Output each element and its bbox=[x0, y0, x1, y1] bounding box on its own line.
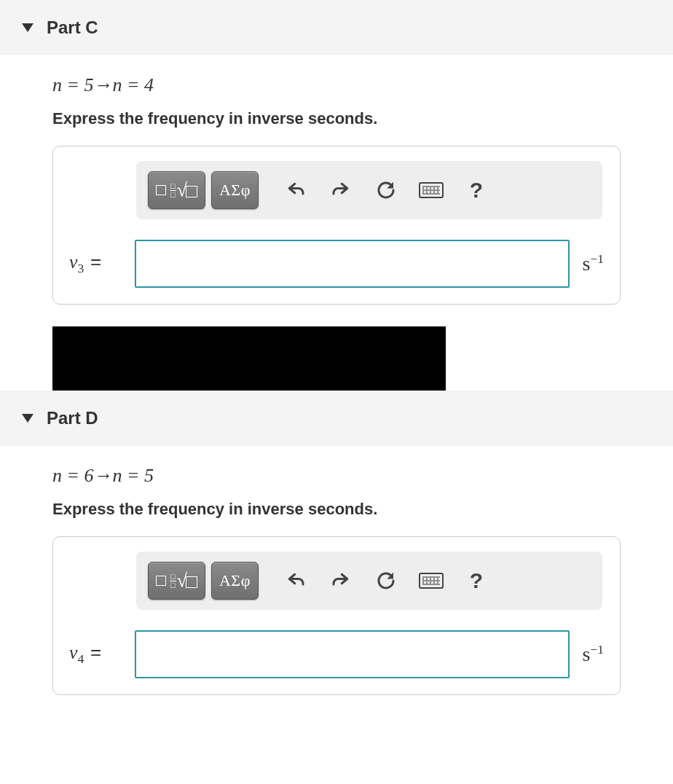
part-d-variable-label: ν4 = bbox=[69, 641, 129, 667]
redo-button[interactable] bbox=[321, 562, 361, 600]
redo-icon bbox=[330, 179, 352, 201]
part-c-variable-label: ν3 = bbox=[69, 251, 129, 276]
part-c-header[interactable]: Part C bbox=[0, 0, 673, 55]
templates-button[interactable]: □□ √ bbox=[148, 171, 205, 209]
part-d-title: Part D bbox=[47, 408, 98, 428]
undo-button[interactable] bbox=[276, 562, 315, 600]
answer-toolbar: □□ √ ΑΣφ ? bbox=[136, 552, 602, 610]
reset-button[interactable] bbox=[366, 562, 406, 600]
redacted-block bbox=[52, 326, 446, 391]
part-c-body: n = 5→n = 4 Express the frequency in inv… bbox=[0, 55, 673, 324]
reset-button[interactable] bbox=[366, 171, 406, 209]
part-c-answer-input[interactable] bbox=[135, 240, 570, 288]
reset-icon bbox=[375, 570, 397, 592]
answer-toolbar: □□ √ ΑΣφ ? bbox=[136, 161, 602, 219]
part-d-answer-input[interactable] bbox=[135, 630, 570, 678]
greek-button[interactable]: ΑΣφ bbox=[211, 171, 259, 209]
part-d-instruction: Express the frequency in inverse seconds… bbox=[52, 500, 621, 519]
keyboard-icon bbox=[419, 573, 444, 589]
part-c-title: Part C bbox=[47, 17, 98, 38]
undo-button[interactable] bbox=[276, 171, 315, 209]
keyboard-icon bbox=[419, 182, 444, 198]
undo-icon bbox=[285, 570, 307, 592]
templates-button[interactable]: □□ √ bbox=[148, 562, 205, 600]
help-icon: ? bbox=[470, 178, 483, 203]
help-button[interactable]: ? bbox=[457, 562, 496, 600]
redo-button[interactable] bbox=[321, 171, 361, 209]
part-d-formula: n = 6→n = 5 bbox=[52, 465, 621, 487]
part-c-section: Part C n = 5→n = 4 Express the frequency… bbox=[0, 0, 673, 391]
help-button[interactable]: ? bbox=[457, 171, 496, 209]
undo-icon bbox=[285, 179, 307, 201]
part-c-instruction: Express the frequency in inverse seconds… bbox=[52, 109, 621, 128]
collapse-caret-icon bbox=[22, 414, 34, 423]
reset-icon bbox=[375, 179, 397, 201]
greek-button[interactable]: ΑΣφ bbox=[211, 562, 259, 600]
part-c-formula: n = 5→n = 4 bbox=[52, 74, 621, 96]
part-d-unit: s−1 bbox=[583, 643, 604, 666]
part-d-body: n = 6→n = 5 Express the frequency in inv… bbox=[0, 446, 673, 714]
part-d-answer-box: □□ √ ΑΣφ ? bbox=[52, 536, 621, 695]
keyboard-button[interactable] bbox=[412, 171, 451, 209]
part-d-section: Part D n = 6→n = 5 Express the frequency… bbox=[0, 391, 673, 714]
part-d-answer-row: ν4 = s−1 bbox=[69, 630, 604, 678]
help-icon: ? bbox=[470, 568, 483, 593]
part-c-answer-box: □□ √ ΑΣφ ? bbox=[52, 146, 621, 305]
part-c-answer-row: ν3 = s−1 bbox=[69, 240, 604, 288]
collapse-caret-icon bbox=[22, 23, 34, 32]
part-d-header[interactable]: Part D bbox=[0, 391, 673, 446]
keyboard-button[interactable] bbox=[412, 562, 451, 600]
redo-icon bbox=[330, 570, 352, 592]
part-c-unit: s−1 bbox=[583, 252, 604, 275]
